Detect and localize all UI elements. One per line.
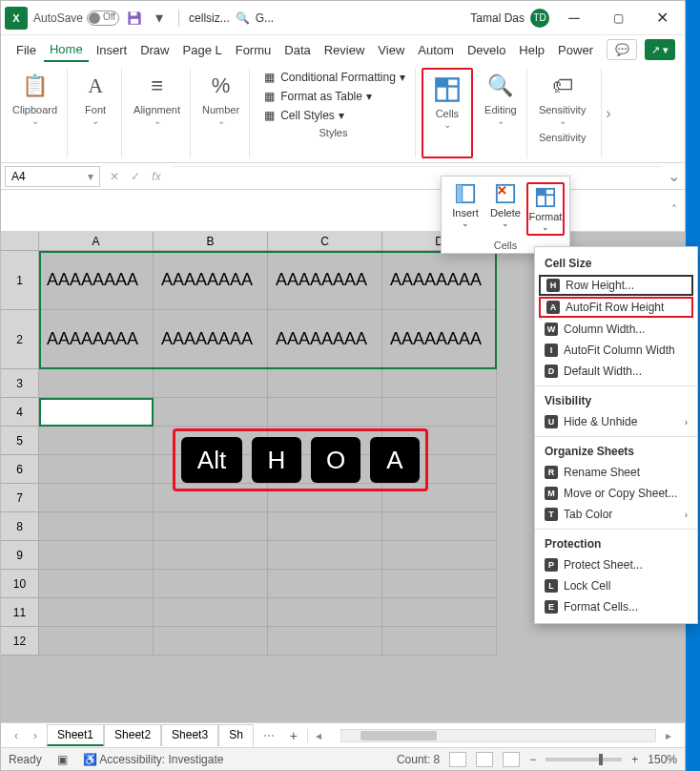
autofit-row-height-item[interactable]: AAutoFit Row Height [539,297,693,318]
column-header[interactable]: C [268,232,382,251]
cell-styles-button[interactable]: ▦Cell Styles ▾ [261,108,344,123]
cell-A6[interactable] [39,455,154,484]
cell-D3[interactable] [382,369,497,398]
row-header[interactable]: 1 [1,251,39,310]
cell-B8[interactable] [154,512,268,541]
sheet-tab[interactable]: Sh [218,724,254,746]
tab-view[interactable]: View [372,39,410,61]
cell-B3[interactable] [154,369,268,398]
column-header[interactable]: A [39,232,154,251]
cell-A3[interactable] [39,369,154,398]
row-header[interactable]: 4 [1,398,39,427]
cell-D10[interactable] [382,570,497,598]
autofit-column-width-item[interactable]: IAutoFit Column Width [535,340,697,361]
minimize-button[interactable] [555,1,593,35]
add-sheet-icon[interactable]: + [284,728,303,743]
tab-home[interactable]: Home [44,38,89,62]
zoom-slider[interactable] [546,758,622,761]
pagebreak-view-icon[interactable] [503,752,520,767]
filename[interactable]: cellsiz... [189,11,230,25]
format-as-table-button[interactable]: ▦Format as Table ▾ [261,89,372,104]
row-header[interactable]: 7 [1,484,39,512]
cell-B11[interactable] [154,598,268,627]
zoom-in-icon[interactable]: + [631,753,638,766]
hide-unhide-item[interactable]: UHide & Unhide› [535,411,697,432]
cell-B10[interactable] [154,570,268,598]
cell-C11[interactable] [268,598,382,627]
tab-color-item[interactable]: TTab Color› [535,504,697,525]
cell-A1[interactable]: AAAAAAAA [39,251,154,310]
rename-sheet-item[interactable]: RRename Sheet [535,462,697,483]
scrollbar-left-icon[interactable]: ◂ [307,729,327,742]
row-header[interactable]: 8 [1,512,39,541]
insert-cells-button[interactable]: Insert⌄ [446,182,484,236]
page-layout-view-icon[interactable] [476,752,493,767]
cell-C8[interactable] [268,512,382,541]
select-all-corner[interactable] [1,232,39,251]
sensitivity-group[interactable]: 🏷 Sensitivity ⌄ Sensitivity [533,68,596,158]
cell-D11[interactable] [382,598,497,627]
cell-A9[interactable] [39,541,154,570]
move-copy-sheet-item[interactable]: MMove or Copy Sheet... [535,483,697,504]
macro-record-icon[interactable]: ▣ [57,753,68,766]
conditional-formatting-button[interactable]: ▦Conditional Formatting ▾ [261,70,405,85]
column-header[interactable]: B [154,232,268,251]
formula-input[interactable] [171,166,662,187]
close-button[interactable] [643,1,681,35]
comments-button[interactable]: 💬 [607,39,637,60]
expand-formula-icon[interactable]: ⌄ [662,167,685,185]
tab-pagel[interactable]: Page L [177,39,228,61]
sheet-prev-icon[interactable]: ‹ [9,729,24,742]
cell-B4[interactable] [154,398,268,427]
username[interactable]: Tamal Das [470,11,525,25]
name-box[interactable]: A4▾ [5,166,100,187]
avatar[interactable]: TD [530,9,549,28]
delete-cells-button[interactable]: Delete⌄ [486,182,525,236]
cell-C9[interactable] [268,541,382,570]
active-cell[interactable] [39,398,154,427]
chevron-down-icon[interactable]: ▾ [88,170,93,183]
tab-help[interactable]: Help [513,39,550,61]
row-header[interactable]: 10 [1,570,39,598]
sheets-more-icon[interactable]: ⋯ [257,729,280,742]
cell-D12[interactable] [382,627,497,656]
cell-D2[interactable]: AAAAAAAA [382,310,497,369]
horizontal-scrollbar[interactable] [340,729,656,742]
scrollbar-right-icon[interactable]: ▸ [660,729,677,742]
maximize-button[interactable] [599,1,637,35]
font-group[interactable]: A Font ⌄ [73,68,122,158]
format-cells-item[interactable]: EFormat Cells... [535,596,697,617]
zoom-out-icon[interactable]: − [529,753,536,766]
tab-develo[interactable]: Develo [462,39,511,61]
tab-formu[interactable]: Formu [230,39,278,61]
cell-A8[interactable] [39,512,154,541]
cell-D8[interactable] [382,512,497,541]
accessibility-status[interactable]: ♿ Accessibility: Investigate [83,753,224,766]
lock-cell-item[interactable]: LLock Cell [535,575,697,596]
tab-review[interactable]: Review [319,39,371,61]
scroll-thumb[interactable] [360,731,437,740]
column-width-item[interactable]: WColumn Width... [535,319,697,340]
cell-D9[interactable] [382,541,497,570]
cell-C12[interactable] [268,627,382,656]
qat-dropdown-icon[interactable]: ▾ [150,9,169,28]
protect-sheet-item[interactable]: PProtect Sheet... [535,554,697,575]
cell-C10[interactable] [268,570,382,598]
sheet-tab[interactable]: Sheet2 [104,724,161,746]
cell-B1[interactable]: AAAAAAAA [154,251,268,310]
share-button[interactable]: ↗ ▾ [645,39,675,60]
row-header[interactable]: 6 [1,455,39,484]
autosave-toggle[interactable]: AutoSave Off [33,10,119,26]
tab-data[interactable]: Data [278,39,316,61]
zoom-level[interactable]: 150% [648,753,677,766]
cell-D4[interactable] [382,398,497,427]
alignment-group[interactable]: ≡ Alignment ⌄ [128,68,191,158]
cell-A2[interactable]: AAAAAAAA [39,310,154,369]
sheet-next-icon[interactable]: › [28,729,43,742]
sheet-tab[interactable]: Sheet1 [47,724,104,746]
cell-C4[interactable] [268,398,382,427]
row-header[interactable]: 5 [1,427,39,455]
cell-B2[interactable]: AAAAAAAA [154,310,268,369]
tab-insert[interactable]: Insert [91,39,134,61]
tab-draw[interactable]: Draw [134,39,175,61]
